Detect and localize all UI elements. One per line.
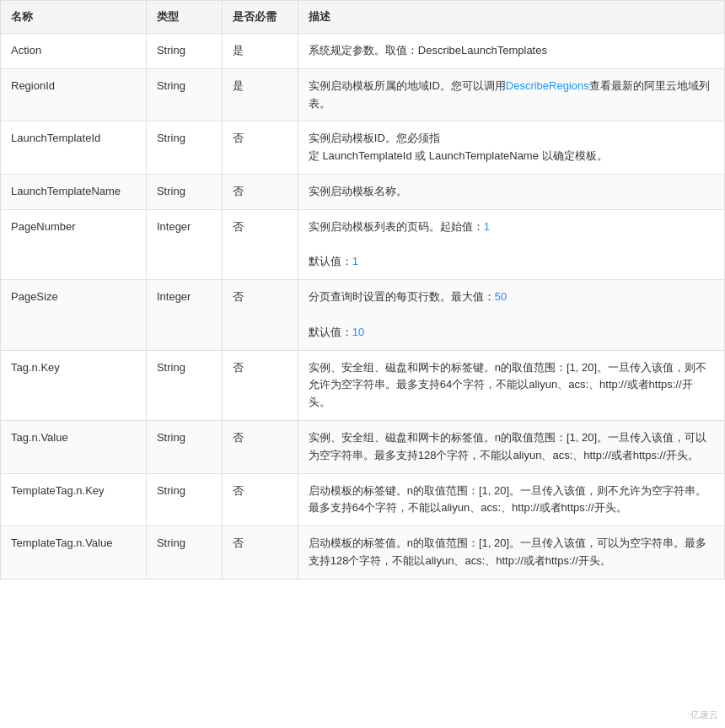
cell-name: RegionId xyxy=(1,68,147,121)
cell-name: PageSize xyxy=(1,280,147,350)
table-row: TemplateTag.n.ValueString否启动模板的标签值。n的取值范… xyxy=(1,526,725,580)
table-row: ActionString是系统规定参数。取值：DescribeLaunchTem… xyxy=(1,34,725,69)
cell-desc: 实例启动模板所属的地域ID。您可以调用DescribeRegions查看最新的阿… xyxy=(298,68,724,121)
cell-type: String xyxy=(146,420,222,473)
table-row: TemplateTag.n.KeyString否启动模板的标签键。n的取值范围：… xyxy=(1,473,725,526)
cell-name: PageNumber xyxy=(1,209,147,279)
cell-name: Tag.n.Key xyxy=(1,350,147,420)
header-required: 是否必需 xyxy=(222,1,298,34)
cell-required: 否 xyxy=(222,209,298,279)
cell-type: String xyxy=(146,473,222,526)
table-row: Tag.n.ValueString否实例、安全组、磁盘和网卡的标签值。n的取值范… xyxy=(1,420,725,473)
cell-name: TemplateTag.n.Value xyxy=(1,526,147,580)
cell-type: String xyxy=(146,34,222,69)
cell-desc: 实例、安全组、磁盘和网卡的标签键。n的取值范围：[1, 20]。一旦传入该值，则… xyxy=(298,350,724,420)
header-type: 类型 xyxy=(146,1,222,34)
cell-desc: 实例启动模板名称。 xyxy=(298,174,724,209)
cell-required: 否 xyxy=(222,350,298,420)
table-row: LaunchTemplateIdString否实例启动模板ID。您必须指定 La… xyxy=(1,121,725,175)
cell-desc: 分页查询时设置的每页行数。最大值：50默认值：10 xyxy=(298,280,724,350)
header-desc: 描述 xyxy=(298,1,724,34)
header-name: 名称 xyxy=(1,1,147,34)
table-row: Tag.n.KeyString否实例、安全组、磁盘和网卡的标签键。n的取值范围：… xyxy=(1,350,725,420)
cell-type: Integer xyxy=(146,280,222,350)
table-row: RegionIdString是实例启动模板所属的地域ID。您可以调用Descri… xyxy=(1,68,725,121)
table-row: PageNumberInteger否实例启动模板列表的页码。起始值：1默认值：1 xyxy=(1,209,725,279)
cell-required: 是 xyxy=(222,34,298,69)
cell-type: String xyxy=(146,526,222,580)
cell-required: 否 xyxy=(222,174,298,209)
cell-required: 是 xyxy=(222,68,298,121)
cell-name: TemplateTag.n.Key xyxy=(1,473,147,526)
cell-required: 否 xyxy=(222,280,298,350)
cell-required: 否 xyxy=(222,526,298,580)
cell-desc: 启动模板的标签值。n的取值范围：[1, 20]。一旦传入该值，可以为空字符串。最… xyxy=(298,526,724,580)
table-header-row: 名称 类型 是否必需 描述 xyxy=(1,1,725,34)
cell-type: String xyxy=(146,350,222,420)
cell-type: String xyxy=(146,68,222,121)
cell-type: String xyxy=(146,121,222,175)
cell-type: Integer xyxy=(146,209,222,279)
cell-desc: 实例启动模板列表的页码。起始值：1默认值：1 xyxy=(298,209,724,279)
cell-name: Tag.n.Value xyxy=(1,420,147,473)
cell-name: LaunchTemplateId xyxy=(1,121,147,175)
cell-required: 否 xyxy=(222,473,298,526)
cell-desc: 实例、安全组、磁盘和网卡的标签值。n的取值范围：[1, 20]。一旦传入该值，可… xyxy=(298,420,724,473)
cell-required: 否 xyxy=(222,420,298,473)
cell-desc: 实例启动模板ID。您必须指定 LaunchTemplateId 或 Launch… xyxy=(298,121,724,175)
cell-desc: 系统规定参数。取值：DescribeLaunchTemplates xyxy=(298,34,724,69)
params-table: 名称 类型 是否必需 描述 ActionString是系统规定参数。取值：Des… xyxy=(0,0,725,580)
cell-name: LaunchTemplateName xyxy=(1,174,147,209)
table-row: LaunchTemplateNameString否实例启动模板名称。 xyxy=(1,174,725,209)
table-row: PageSizeInteger否分页查询时设置的每页行数。最大值：50默认值：1… xyxy=(1,280,725,350)
cell-type: String xyxy=(146,174,222,209)
cell-required: 否 xyxy=(222,121,298,175)
cell-desc: 启动模板的标签键。n的取值范围：[1, 20]。一旦传入该值，则不允许为空字符串… xyxy=(298,473,724,526)
cell-name: Action xyxy=(1,34,147,69)
